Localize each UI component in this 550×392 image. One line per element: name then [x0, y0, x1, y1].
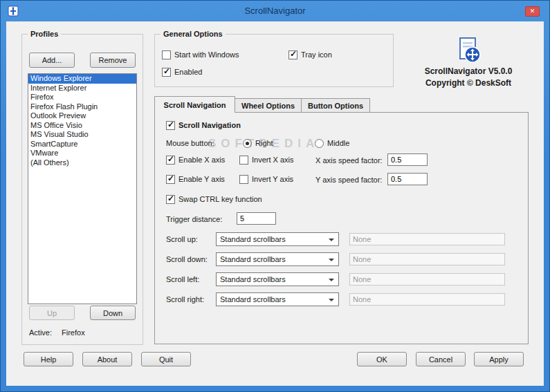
- checkbox-box: [162, 50, 171, 59]
- add-profile-button[interactable]: Add...: [29, 53, 75, 68]
- profile-list-item[interactable]: Firefox Flash Plugin: [28, 102, 136, 112]
- apply-button[interactable]: Apply: [474, 352, 524, 366]
- checkbox-box: [162, 68, 171, 77]
- help-button[interactable]: Help: [24, 352, 73, 366]
- tab-button-options[interactable]: Button Options: [301, 98, 370, 112]
- checkbox-scroll-navigation-master[interactable]: Scroll Navigation: [166, 120, 241, 130]
- move-up-button: Up: [29, 306, 75, 320]
- window-title: ScrollNavigator: [1, 6, 549, 16]
- checkbox-label: Enabled: [174, 68, 202, 76]
- scroll-right-select-value: Standard scrollbars: [220, 295, 286, 304]
- scroll-right-select[interactable]: Standard scrollbars: [216, 292, 339, 306]
- checkbox-swap-ctrl[interactable]: Swap CTRL key function: [166, 194, 262, 204]
- profile-list-item[interactable]: SmartCapture: [28, 140, 136, 149]
- scroll-right-label: Scroll right:: [166, 295, 204, 304]
- close-button[interactable]: ✕: [525, 6, 540, 17]
- checkbox-enable-y-axis[interactable]: Enable Y axis: [166, 174, 225, 184]
- scroll-up-select-value: Standard scrollbars: [220, 235, 286, 243]
- move-down-button[interactable]: Down: [90, 306, 136, 320]
- profile-list-item[interactable]: Outlook Preview: [28, 111, 136, 121]
- scroll-down-select-value: Standard scrollbars: [220, 255, 286, 263]
- logo-icon: [455, 37, 482, 64]
- checkbox-label: Invert X axis: [252, 156, 294, 164]
- checkbox-label: Invert Y axis: [252, 175, 293, 183]
- checkbox-label: Enable X axis: [178, 156, 225, 164]
- scroll-up-select[interactable]: Standard scrollbars: [216, 232, 339, 246]
- radio-label: Middle: [327, 139, 349, 147]
- radio-label: Right: [255, 139, 273, 147]
- checkbox-label: Scroll Navigation: [178, 121, 241, 129]
- checkbox-invert-y-axis[interactable]: Invert Y axis: [239, 174, 293, 184]
- checkbox-label: Tray icon: [301, 50, 332, 59]
- scroll-down-label: Scroll down:: [166, 254, 208, 264]
- mouse-button-label: Mouse button:: [166, 138, 214, 148]
- tab-wheel-options[interactable]: Wheel Options: [235, 98, 302, 112]
- checkbox-box: [166, 195, 175, 204]
- checkbox-label: Swap CTRL key function: [178, 195, 262, 203]
- profile-list[interactable]: Windows Explorer Internet Explorer Firef…: [28, 73, 137, 304]
- checkbox-invert-x-axis[interactable]: Invert X axis: [239, 155, 294, 165]
- radio-middle[interactable]: Middle: [315, 138, 349, 148]
- checkbox-label: Enable Y axis: [178, 175, 225, 183]
- active-profile-value: Firefox: [62, 328, 85, 337]
- x-speed-label: X axis speed factor:: [315, 156, 383, 165]
- profiles-group: Profiles Add... Remove Windows Explorer …: [21, 34, 143, 345]
- branding-block: ScrollNavigator V5.0.0 Copyright © DeskS…: [401, 37, 536, 89]
- profile-list-item[interactable]: (All Others): [28, 158, 136, 168]
- trigger-distance-label: Trigger distance:: [166, 214, 223, 224]
- close-icon: ✕: [530, 8, 535, 15]
- profile-list-item[interactable]: MS Visual Studio: [28, 130, 136, 140]
- active-profile-row: Active: Firefox: [29, 328, 85, 337]
- profiles-group-title: Profiles: [28, 29, 61, 39]
- profile-list-item[interactable]: MS Office Visio: [28, 121, 136, 131]
- checkbox-tray-icon[interactable]: Tray icon: [288, 50, 332, 59]
- tab-scroll-navigation[interactable]: Scroll Navigation: [154, 96, 235, 113]
- copyright: Copyright © DeskSoft: [401, 77, 536, 89]
- quit-button[interactable]: Quit: [141, 352, 191, 366]
- scroll-left-select[interactable]: Standard scrollbars: [216, 272, 339, 286]
- profile-list-item[interactable]: Internet Explorer: [28, 84, 136, 93]
- cancel-button[interactable]: Cancel: [416, 352, 466, 366]
- checkbox-box: [239, 156, 248, 165]
- trigger-distance-input[interactable]: [237, 212, 276, 225]
- y-speed-label: Y axis speed factor:: [315, 175, 382, 185]
- profile-list-item[interactable]: VMware: [28, 149, 136, 158]
- checkbox-start-with-windows[interactable]: Start with Windows: [162, 50, 239, 59]
- remove-profile-button[interactable]: Remove: [90, 53, 136, 68]
- checkbox-box: [166, 156, 175, 165]
- profile-list-item[interactable]: Firefox: [28, 93, 136, 102]
- checkbox-box: [239, 175, 248, 184]
- checkbox-box: [166, 121, 175, 130]
- scroll-left-select-value: Standard scrollbars: [220, 275, 286, 283]
- scroll-right-secondary-input: [349, 293, 505, 306]
- x-speed-input[interactable]: [387, 153, 428, 166]
- scrollnavigator-window: ScrollNavigator ✕ Profiles Add... Remove…: [0, 0, 550, 392]
- profile-list-item[interactable]: Windows Explorer: [28, 74, 136, 84]
- scroll-up-secondary-input: [349, 233, 505, 245]
- general-options-group: General Options Start with Windows Tray …: [154, 34, 394, 87]
- checkbox-box: [166, 175, 175, 184]
- scroll-left-secondary-input: [349, 273, 505, 286]
- active-profile-label: Active:: [29, 328, 52, 337]
- y-speed-input[interactable]: [387, 173, 428, 185]
- checkbox-enabled[interactable]: Enabled: [162, 67, 202, 77]
- radio-circle: [243, 139, 252, 148]
- client-area: Profiles Add... Remove Windows Explorer …: [6, 21, 544, 386]
- titlebar: ScrollNavigator ✕: [1, 1, 549, 21]
- tab-panel-scroll-navigation: Scroll Navigation Mouse button: Right Mi…: [154, 112, 529, 344]
- checkbox-label: Start with Windows: [174, 50, 239, 59]
- ok-button[interactable]: OK: [357, 352, 407, 366]
- scroll-down-select[interactable]: Standard scrollbars: [216, 252, 339, 266]
- general-options-group-title: General Options: [161, 29, 226, 39]
- checkbox-enable-x-axis[interactable]: Enable X axis: [166, 155, 225, 165]
- radio-circle: [315, 139, 324, 148]
- scroll-up-label: Scroll up:: [166, 234, 198, 244]
- app-version: ScrollNavigator V5.0.0: [401, 66, 536, 77]
- radio-right[interactable]: Right: [243, 138, 273, 148]
- about-button[interactable]: About: [82, 352, 132, 366]
- scroll-left-label: Scroll left:: [166, 274, 199, 284]
- checkbox-box: [288, 50, 297, 59]
- scroll-down-secondary-input: [349, 253, 505, 265]
